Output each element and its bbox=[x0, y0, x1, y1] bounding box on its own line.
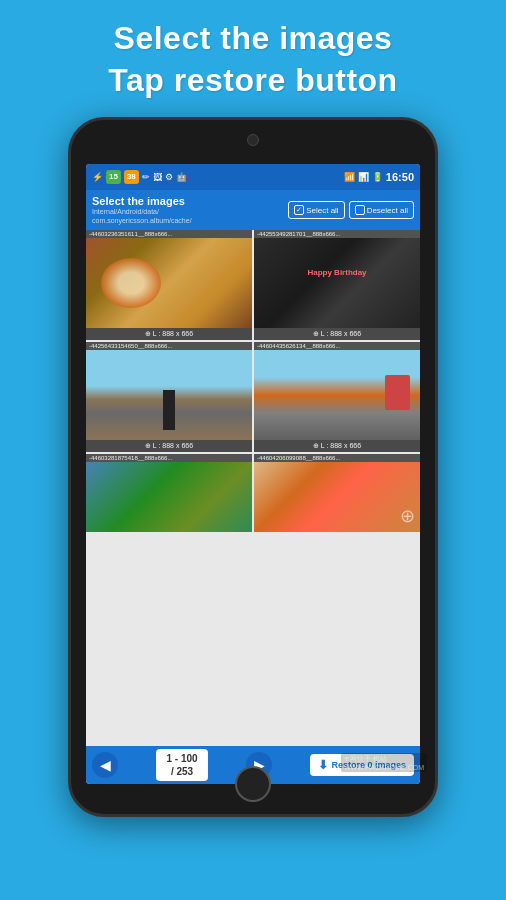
img1-label: -44603236351611__888x666... bbox=[86, 230, 252, 238]
toolbar-subtitle-1: Internal/Android/data/ bbox=[92, 207, 192, 216]
img2-label: -44255349281701__888x666... bbox=[254, 230, 420, 238]
grid-item-1[interactable]: -44603236351611__888x666... ⊕ L : 888 x … bbox=[86, 230, 252, 340]
watermark-line2: WWW.HACKHOME.COM bbox=[344, 764, 424, 771]
deselect-all-button[interactable]: Deselect all bbox=[349, 201, 414, 219]
deselect-all-label: Deselect all bbox=[367, 206, 408, 215]
img3-label: -44256433154650__888x666... bbox=[86, 342, 252, 350]
status-bar: ⚡ 15 38 ✏ 🖼 ⚙ 🤖 📶 📊 🔋 16:50 bbox=[86, 164, 420, 190]
img6-photo bbox=[254, 462, 420, 532]
grid-item-2[interactable]: -44255349281701__888x666... ⊕ L : 888 x … bbox=[254, 230, 420, 340]
grid-row-1: -44603236351611__888x666... ⊕ L : 888 x … bbox=[86, 230, 420, 340]
toolbar-title: Select the images bbox=[92, 195, 192, 207]
header-line2: Tap restore button bbox=[108, 60, 397, 102]
phone-screen: ⚡ 15 38 ✏ 🖼 ⚙ 🤖 📶 📊 🔋 16:50 bbox=[86, 164, 420, 784]
header-line1: Select the images bbox=[108, 18, 397, 60]
toolbar-buttons: ✓ Select all Deselect all bbox=[288, 201, 414, 219]
edit-icon: ✏ bbox=[142, 172, 150, 182]
grid-item-6[interactable]: -44604206099088__888x666... bbox=[254, 454, 420, 532]
phone-device: ⚡ 15 38 ✏ 🖼 ⚙ 🤖 📶 📊 🔋 16:50 bbox=[68, 117, 438, 817]
settings-icon: ⚙ bbox=[165, 172, 173, 182]
grid-item-4[interactable]: -44604435626134__888x666... ⊕ L : 888 x … bbox=[254, 342, 420, 452]
battery-icon: 🔋 bbox=[372, 172, 383, 182]
time-display: 16:50 bbox=[386, 171, 414, 183]
img3-footer: ⊕ L : 888 x 666 bbox=[86, 440, 252, 452]
toolbar-left: Select the images Internal/Android/data/… bbox=[92, 195, 192, 225]
grid-row-2: -44256433154650__888x666... ⊕ L : 888 x … bbox=[86, 342, 420, 452]
badge-15: 15 bbox=[106, 170, 121, 184]
img1-footer: ⊕ L : 888 x 666 bbox=[86, 328, 252, 340]
restore-icon: ⬇ bbox=[318, 758, 328, 772]
usb-icon: ⚡ bbox=[92, 172, 103, 182]
check-icon: ✓ bbox=[294, 205, 304, 215]
prev-arrow-icon: ◀ bbox=[100, 757, 111, 773]
uncheck-icon bbox=[355, 205, 365, 215]
app-toolbar: Select the images Internal/Android/data/… bbox=[86, 190, 420, 230]
img2-footer: ⊕ L : 888 x 666 bbox=[254, 328, 420, 340]
page-range: 1 - 100 bbox=[166, 752, 197, 765]
home-button[interactable] bbox=[235, 766, 271, 802]
watermark-line1: ⊕网快手·机站 bbox=[344, 754, 424, 764]
wifi-icon: 📶 bbox=[344, 172, 355, 182]
img1-photo bbox=[86, 238, 252, 328]
img4-photo bbox=[254, 350, 420, 440]
img5-label: -44603281875418__888x666... bbox=[86, 454, 252, 462]
image-grid: -44603236351611__888x666... ⊕ L : 888 x … bbox=[86, 230, 420, 746]
page-total: / 253 bbox=[166, 765, 197, 778]
img3-photo bbox=[86, 350, 252, 440]
img4-footer: ⊕ L : 888 x 666 bbox=[254, 440, 420, 452]
badge-38: 38 bbox=[124, 170, 139, 184]
img5-photo bbox=[86, 462, 252, 532]
img6-label: -44604206099088__888x666... bbox=[254, 454, 420, 462]
grid-row-3: -44603281875418__888x666... -44604206099… bbox=[86, 454, 420, 532]
signal-icon: 📊 bbox=[358, 172, 369, 182]
select-all-label: Select all bbox=[306, 206, 338, 215]
page-indicator: 1 - 100 / 253 bbox=[156, 749, 207, 781]
prev-page-button[interactable]: ◀ bbox=[92, 752, 118, 778]
header-instruction: Select the images Tap restore button bbox=[108, 18, 397, 101]
app-background: Select the images Tap restore button ⚡ 1… bbox=[0, 0, 506, 900]
image-icon: 🖼 bbox=[153, 172, 162, 182]
grid-item-5[interactable]: -44603281875418__888x666... bbox=[86, 454, 252, 532]
toolbar-subtitle-2: com.sonyericsson.album/cache/ bbox=[92, 216, 192, 225]
watermark: ⊕网快手·机站 WWW.HACKHOME.COM bbox=[341, 753, 427, 772]
img2-photo bbox=[254, 238, 420, 328]
img4-label: -44604435626134__888x666... bbox=[254, 342, 420, 350]
status-right-icons: 📶 📊 🔋 16:50 bbox=[344, 171, 414, 183]
select-all-button[interactable]: ✓ Select all bbox=[288, 201, 344, 219]
android-icon: 🤖 bbox=[176, 172, 187, 182]
grid-item-3[interactable]: -44256433154650__888x666... ⊕ L : 888 x … bbox=[86, 342, 252, 452]
status-left-icons: ⚡ 15 38 ✏ 🖼 ⚙ 🤖 bbox=[92, 170, 187, 184]
